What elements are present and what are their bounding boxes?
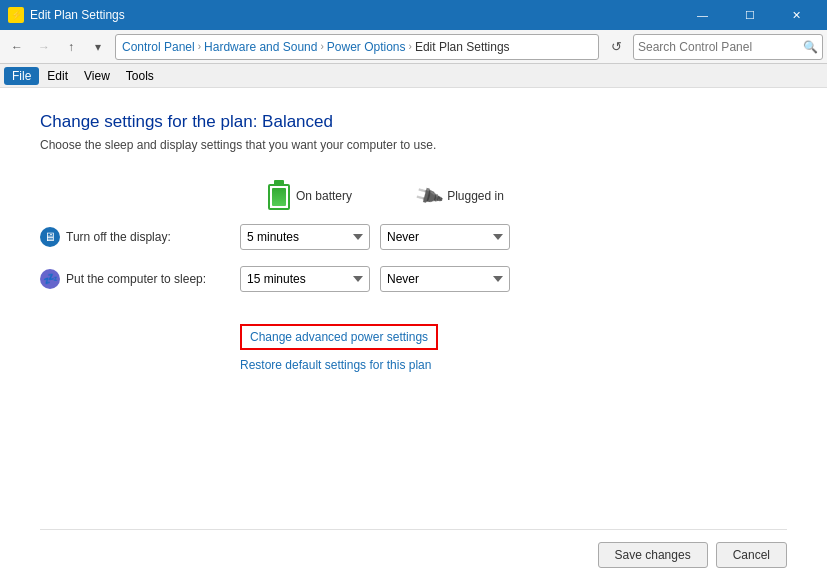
column-headers: On battery 🔌 Plugged in bbox=[240, 180, 787, 212]
sleep-plugged-dropdown[interactable]: 1 minute 2 minutes 3 minutes 5 minutes 1… bbox=[380, 266, 510, 292]
content-area: Change settings for the plan: Balanced C… bbox=[0, 88, 827, 584]
back-button[interactable]: ← bbox=[4, 34, 30, 60]
cancel-button[interactable]: Cancel bbox=[716, 542, 787, 568]
sleep-battery-dropdown[interactable]: 1 minute 2 minutes 3 minutes 5 minutes 1… bbox=[240, 266, 370, 292]
bottom-buttons: Save changes Cancel bbox=[40, 529, 787, 568]
restore-defaults-link[interactable]: Restore default settings for this plan bbox=[240, 358, 787, 372]
forward-button[interactable]: → bbox=[31, 34, 57, 60]
menu-file[interactable]: File bbox=[4, 67, 39, 85]
breadcrumb: Control Panel › Hardware and Sound › Pow… bbox=[122, 40, 510, 54]
sep-2: › bbox=[320, 41, 323, 52]
address-box[interactable]: Control Panel › Hardware and Sound › Pow… bbox=[115, 34, 599, 60]
links-section: Change advanced power settings Restore d… bbox=[240, 324, 787, 372]
plugged-col-header: 🔌 Plugged in bbox=[390, 184, 530, 208]
battery-col-label: On battery bbox=[296, 189, 352, 203]
breadcrumb-hardware-sound[interactable]: Hardware and Sound bbox=[204, 40, 317, 54]
close-button[interactable]: ✕ bbox=[774, 5, 819, 25]
title-bar-controls: — ☐ ✕ bbox=[680, 5, 819, 25]
sleep-label: Put the computer to sleep: bbox=[66, 272, 206, 286]
display-dropdowns: 1 minute 2 minutes 3 minutes 5 minutes 1… bbox=[240, 224, 510, 250]
page-subtitle: Choose the sleep and display settings th… bbox=[40, 138, 787, 152]
title-bar: ⚡ Edit Plan Settings — ☐ ✕ bbox=[0, 0, 827, 30]
sleep-icon: 💤 bbox=[40, 269, 60, 289]
breadcrumb-current: Edit Plan Settings bbox=[415, 40, 510, 54]
search-icon: 🔍 bbox=[803, 40, 818, 54]
app-icon: ⚡ bbox=[8, 7, 24, 23]
breadcrumb-control-panel[interactable]: Control Panel bbox=[122, 40, 195, 54]
sleep-setting-row: 💤 Put the computer to sleep: 1 minute 2 … bbox=[40, 266, 787, 292]
refresh-button[interactable]: ↺ bbox=[603, 34, 629, 60]
menu-bar: File Edit View Tools bbox=[0, 64, 827, 88]
minimize-button[interactable]: — bbox=[680, 5, 725, 25]
display-label: Turn off the display: bbox=[66, 230, 171, 244]
plug-icon: 🔌 bbox=[412, 179, 446, 212]
display-setting-row: 🖥 Turn off the display: 1 minute 2 minut… bbox=[40, 224, 787, 250]
maximize-button[interactable]: ☐ bbox=[727, 5, 772, 25]
battery-col-header: On battery bbox=[240, 180, 380, 212]
address-bar: ← → ↑ ▾ Control Panel › Hardware and Sou… bbox=[0, 30, 827, 64]
title-bar-left: ⚡ Edit Plan Settings bbox=[8, 7, 125, 23]
sep-1: › bbox=[198, 41, 201, 52]
menu-edit[interactable]: Edit bbox=[39, 67, 76, 85]
menu-view[interactable]: View bbox=[76, 67, 118, 85]
display-label-wrap: 🖥 Turn off the display: bbox=[40, 227, 240, 247]
menu-tools[interactable]: Tools bbox=[118, 67, 162, 85]
display-battery-dropdown[interactable]: 1 minute 2 minutes 3 minutes 5 minutes 1… bbox=[240, 224, 370, 250]
search-input[interactable] bbox=[638, 40, 803, 54]
sleep-dropdowns: 1 minute 2 minutes 3 minutes 5 minutes 1… bbox=[240, 266, 510, 292]
recent-button[interactable]: ▾ bbox=[85, 34, 111, 60]
search-box[interactable]: 🔍 bbox=[633, 34, 823, 60]
monitor-icon: 🖥 bbox=[40, 227, 60, 247]
up-button[interactable]: ↑ bbox=[58, 34, 84, 60]
advanced-power-settings-link[interactable]: Change advanced power settings bbox=[240, 324, 438, 350]
breadcrumb-power-options[interactable]: Power Options bbox=[327, 40, 406, 54]
window-title: Edit Plan Settings bbox=[30, 8, 125, 22]
battery-icon bbox=[268, 180, 290, 212]
page-title: Change settings for the plan: Balanced bbox=[40, 112, 787, 132]
nav-buttons: ← → ↑ ▾ bbox=[4, 34, 111, 60]
sleep-label-wrap: 💤 Put the computer to sleep: bbox=[40, 269, 240, 289]
plugged-col-label: Plugged in bbox=[447, 189, 504, 203]
sep-3: › bbox=[409, 41, 412, 52]
save-button[interactable]: Save changes bbox=[598, 542, 708, 568]
display-plugged-dropdown[interactable]: 1 minute 2 minutes 3 minutes 5 minutes 1… bbox=[380, 224, 510, 250]
